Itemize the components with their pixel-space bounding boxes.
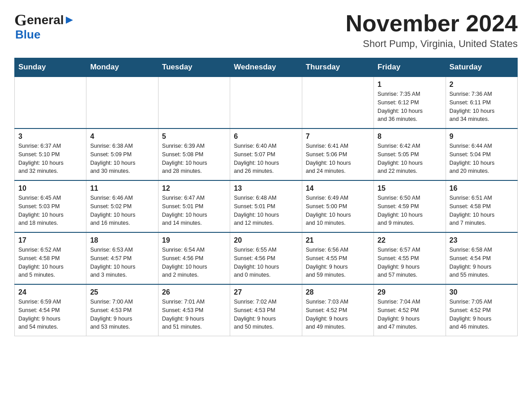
calendar-day-cell: [302, 77, 373, 128]
day-number: 17: [18, 236, 82, 244]
calendar-day-cell: 12Sunrise: 6:47 AMSunset: 5:01 PMDayligh…: [158, 180, 230, 232]
day-info: Sunrise: 7:00 AMSunset: 4:53 PMDaylight:…: [90, 298, 154, 331]
day-number: 30: [450, 288, 514, 296]
calendar-day-header: Wednesday: [230, 58, 302, 77]
calendar-day-cell: 28Sunrise: 7:03 AMSunset: 4:52 PMDayligh…: [302, 284, 373, 336]
day-number: 5: [162, 133, 226, 141]
calendar-day-cell: 23Sunrise: 6:58 AMSunset: 4:54 PMDayligh…: [446, 232, 517, 284]
day-info: Sunrise: 6:50 AMSunset: 4:59 PMDaylight:…: [378, 194, 442, 227]
day-number: 8: [378, 133, 442, 141]
day-number: 2: [450, 81, 514, 89]
calendar-day-cell: 8Sunrise: 6:42 AMSunset: 5:05 PMDaylight…: [374, 128, 446, 180]
calendar-table: SundayMondayTuesdayWednesdayThursdayFrid…: [14, 58, 518, 336]
calendar-day-header: Thursday: [302, 58, 373, 77]
day-info: Sunrise: 7:03 AMSunset: 4:52 PMDaylight:…: [306, 298, 370, 331]
calendar-day-cell: 19Sunrise: 6:54 AMSunset: 4:56 PMDayligh…: [158, 232, 230, 284]
calendar-day-header: Monday: [86, 58, 158, 77]
day-info: Sunrise: 6:56 AMSunset: 4:55 PMDaylight:…: [306, 246, 370, 279]
calendar-week-row: 17Sunrise: 6:52 AMSunset: 4:58 PMDayligh…: [15, 232, 518, 284]
logo-arrow-icon: [64, 15, 75, 26]
day-info: Sunrise: 6:39 AMSunset: 5:08 PMDaylight:…: [162, 142, 226, 176]
location-subtitle: Short Pump, Virginia, United States: [346, 38, 518, 50]
day-info: Sunrise: 7:04 AMSunset: 4:52 PMDaylight:…: [378, 298, 442, 331]
day-info: Sunrise: 6:46 AMSunset: 5:02 PMDaylight:…: [90, 194, 154, 227]
day-number: 14: [306, 184, 370, 193]
calendar-day-cell: 18Sunrise: 6:53 AMSunset: 4:57 PMDayligh…: [86, 232, 158, 284]
day-info: Sunrise: 6:41 AMSunset: 5:06 PMDaylight:…: [306, 142, 370, 176]
day-info: Sunrise: 7:05 AMSunset: 4:52 PMDaylight:…: [450, 298, 514, 331]
calendar-day-cell: 11Sunrise: 6:46 AMSunset: 5:02 PMDayligh…: [86, 180, 158, 232]
calendar-day-cell: 30Sunrise: 7:05 AMSunset: 4:52 PMDayligh…: [446, 284, 517, 336]
calendar-day-cell: 20Sunrise: 6:55 AMSunset: 4:56 PMDayligh…: [230, 232, 302, 284]
day-number: 25: [90, 288, 154, 296]
day-info: Sunrise: 6:53 AMSunset: 4:57 PMDaylight:…: [90, 246, 154, 279]
day-number: 20: [234, 236, 298, 244]
day-info: Sunrise: 6:38 AMSunset: 5:09 PMDaylight:…: [90, 142, 154, 176]
day-info: Sunrise: 6:55 AMSunset: 4:56 PMDaylight:…: [234, 246, 298, 279]
day-number: 9: [450, 133, 514, 141]
day-number: 10: [18, 184, 82, 193]
day-number: 21: [306, 236, 370, 244]
calendar-week-row: 24Sunrise: 6:59 AMSunset: 4:54 PMDayligh…: [15, 284, 518, 336]
day-info: Sunrise: 6:44 AMSunset: 5:04 PMDaylight:…: [450, 142, 514, 176]
calendar-day-header: Saturday: [446, 58, 517, 77]
calendar-day-cell: 2Sunrise: 7:36 AMSunset: 6:11 PMDaylight…: [446, 77, 517, 128]
day-number: 19: [162, 236, 226, 244]
day-info: Sunrise: 6:45 AMSunset: 5:03 PMDaylight:…: [18, 194, 82, 227]
calendar-day-cell: 26Sunrise: 7:01 AMSunset: 4:53 PMDayligh…: [158, 284, 230, 336]
day-info: Sunrise: 7:36 AMSunset: 6:11 PMDaylight:…: [450, 90, 514, 124]
day-number: 12: [162, 184, 226, 193]
calendar-day-cell: 25Sunrise: 7:00 AMSunset: 4:53 PMDayligh…: [86, 284, 158, 336]
calendar-day-cell: 29Sunrise: 7:04 AMSunset: 4:52 PMDayligh…: [374, 284, 446, 336]
day-info: Sunrise: 6:51 AMSunset: 4:58 PMDaylight:…: [450, 194, 514, 227]
calendar-week-row: 1Sunrise: 7:35 AMSunset: 6:12 PMDaylight…: [15, 77, 518, 128]
calendar-day-cell: 3Sunrise: 6:37 AMSunset: 5:10 PMDaylight…: [15, 128, 86, 180]
day-number: 1: [378, 81, 442, 89]
day-info: Sunrise: 6:58 AMSunset: 4:54 PMDaylight:…: [450, 246, 514, 279]
day-number: 7: [306, 133, 370, 141]
day-number: 24: [18, 288, 82, 296]
day-info: Sunrise: 6:40 AMSunset: 5:07 PMDaylight:…: [234, 142, 298, 176]
day-number: 29: [378, 288, 442, 296]
calendar-day-cell: 17Sunrise: 6:52 AMSunset: 4:58 PMDayligh…: [15, 232, 86, 284]
calendar-day-cell: 1Sunrise: 7:35 AMSunset: 6:12 PMDaylight…: [374, 77, 446, 128]
title-area: November 2024 Short Pump, Virginia, Unit…: [346, 11, 518, 50]
day-number: 15: [378, 184, 442, 193]
day-info: Sunrise: 6:54 AMSunset: 4:56 PMDaylight:…: [162, 246, 226, 279]
calendar-day-cell: 5Sunrise: 6:39 AMSunset: 5:08 PMDaylight…: [158, 128, 230, 180]
day-info: Sunrise: 7:35 AMSunset: 6:12 PMDaylight:…: [378, 90, 442, 124]
day-info: Sunrise: 6:57 AMSunset: 4:55 PMDaylight:…: [378, 246, 442, 279]
svg-marker-0: [66, 17, 73, 24]
calendar-day-cell: 9Sunrise: 6:44 AMSunset: 5:04 PMDaylight…: [446, 128, 517, 180]
calendar-day-header: Tuesday: [158, 58, 230, 77]
day-number: 4: [90, 133, 154, 141]
calendar-day-header: Sunday: [15, 58, 86, 77]
calendar-day-cell: 7Sunrise: 6:41 AMSunset: 5:06 PMDaylight…: [302, 128, 373, 180]
day-info: Sunrise: 6:42 AMSunset: 5:05 PMDaylight:…: [378, 142, 442, 176]
day-number: 27: [234, 288, 298, 296]
day-number: 13: [234, 184, 298, 193]
logo-g-letter: G: [14, 11, 27, 30]
calendar-week-row: 3Sunrise: 6:37 AMSunset: 5:10 PMDaylight…: [15, 128, 518, 180]
day-number: 6: [234, 133, 298, 141]
month-title: November 2024: [346, 11, 518, 36]
day-number: 3: [18, 133, 82, 141]
calendar-day-cell: [230, 77, 302, 128]
day-info: Sunrise: 7:02 AMSunset: 4:53 PMDaylight:…: [234, 298, 298, 331]
calendar-day-cell: [86, 77, 158, 128]
day-number: 18: [90, 236, 154, 244]
day-info: Sunrise: 6:37 AMSunset: 5:10 PMDaylight:…: [18, 142, 82, 176]
calendar-day-cell: 6Sunrise: 6:40 AMSunset: 5:07 PMDaylight…: [230, 128, 302, 180]
day-number: 28: [306, 288, 370, 296]
calendar-day-cell: 14Sunrise: 6:49 AMSunset: 5:00 PMDayligh…: [302, 180, 373, 232]
day-number: 23: [450, 236, 514, 244]
page-header: G eneral Blue November 2024 Short Pump, …: [14, 11, 518, 50]
day-info: Sunrise: 6:52 AMSunset: 4:58 PMDaylight:…: [18, 246, 82, 279]
calendar-day-cell: [158, 77, 230, 128]
calendar-header-row: SundayMondayTuesdayWednesdayThursdayFrid…: [15, 58, 518, 77]
day-info: Sunrise: 6:48 AMSunset: 5:01 PMDaylight:…: [234, 194, 298, 227]
calendar-day-cell: 4Sunrise: 6:38 AMSunset: 5:09 PMDaylight…: [86, 128, 158, 180]
logo-general-text: eneral: [27, 13, 64, 27]
logo: G eneral Blue: [14, 11, 75, 42]
day-info: Sunrise: 6:47 AMSunset: 5:01 PMDaylight:…: [162, 194, 226, 227]
